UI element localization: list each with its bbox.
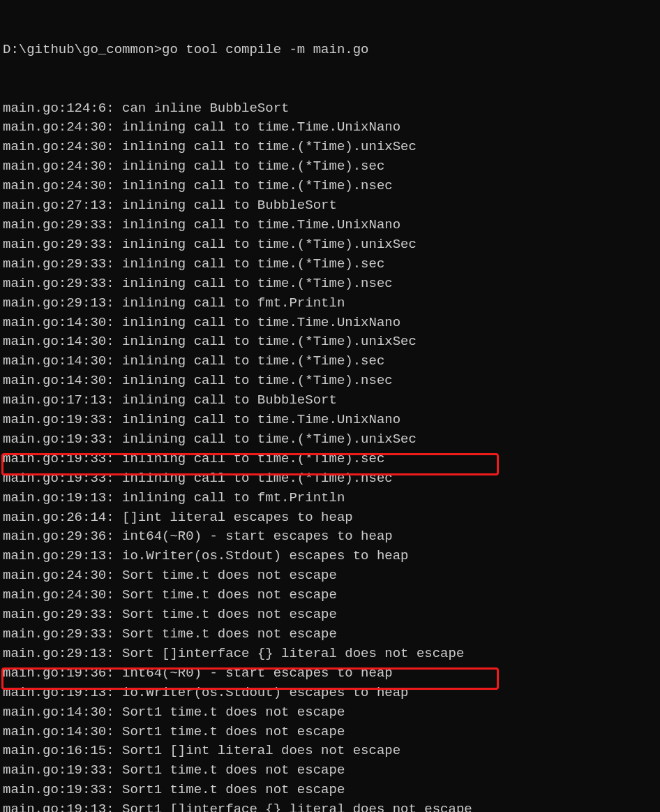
output-line: main.go:19:33: inlining call to time.(*T… <box>3 430 657 450</box>
output-line: main.go:16:15: Sort1 []int literal does … <box>3 741 657 761</box>
output-line: main.go:14:30: inlining call to time.Tim… <box>3 313 657 333</box>
output-line: main.go:19:13: Sort1 []interface {} lite… <box>3 800 657 812</box>
output-line: main.go:19:33: inlining call to time.Tim… <box>3 411 657 430</box>
output-line: main.go:29:13: io.Writer(os.Stdout) esca… <box>3 547 657 566</box>
output-line: main.go:14:30: inlining call to time.(*T… <box>3 371 657 391</box>
output-line: main.go:24:30: inlining call to time.(*T… <box>3 157 657 177</box>
output-line: main.go:29:33: inlining call to time.(*T… <box>3 255 657 274</box>
output-line: main.go:24:30: inlining call to time.(*T… <box>3 177 657 196</box>
output-line: main.go:19:13: inlining call to fmt.Prin… <box>3 489 657 508</box>
output-line: main.go:24:30: Sort time.t does not esca… <box>3 566 657 586</box>
output-line: main.go:14:30: Sort1 time.t does not esc… <box>3 723 657 742</box>
output-line: main.go:17:13: inlining call to BubbleSo… <box>3 391 657 411</box>
output-line: main.go:124:6: can inline BubbleSort <box>3 99 657 119</box>
output-line: main.go:19:33: Sort1 time.t does not esc… <box>3 781 657 800</box>
output-line: main.go:24:30: inlining call to time.Tim… <box>3 118 657 138</box>
output-line: main.go:29:33: Sort time.t does not esca… <box>3 625 657 644</box>
terminal-output[interactable]: D:\github\go_common>go tool compile -m m… <box>0 0 660 812</box>
output-line: main.go:14:30: inlining call to time.(*T… <box>3 352 657 371</box>
output-line: main.go:29:13: Sort []interface {} liter… <box>3 644 657 664</box>
command-prompt: D:\github\go_common>go tool compile -m m… <box>3 40 657 60</box>
output-line: main.go:19:33: Sort1 time.t does not esc… <box>3 761 657 781</box>
output-line: main.go:14:30: Sort1 time.t does not esc… <box>3 703 657 723</box>
output-line: main.go:29:36: int64(~R0) - start escape… <box>3 527 657 547</box>
output-line: main.go:19:36: int64(~R0) - start escape… <box>3 664 657 684</box>
output-line: main.go:29:33: Sort time.t does not esca… <box>3 605 657 625</box>
output-line: main.go:26:14: []int literal escapes to … <box>3 508 657 528</box>
output-line: main.go:29:33: inlining call to time.Tim… <box>3 216 657 235</box>
output-line: main.go:24:30: inlining call to time.(*T… <box>3 138 657 157</box>
output-line: main.go:29:13: inlining call to fmt.Prin… <box>3 294 657 313</box>
output-line: main.go:24:30: Sort time.t does not esca… <box>3 586 657 605</box>
output-line: main.go:29:33: inlining call to time.(*T… <box>3 235 657 255</box>
output-line: main.go:27:13: inlining call to BubbleSo… <box>3 196 657 216</box>
output-line: main.go:19:13: io.Writer(os.Stdout) esca… <box>3 684 657 703</box>
output-line: main.go:19:33: inlining call to time.(*T… <box>3 469 657 489</box>
output-line: main.go:29:33: inlining call to time.(*T… <box>3 274 657 294</box>
output-line: main.go:14:30: inlining call to time.(*T… <box>3 332 657 352</box>
output-line: main.go:19:33: inlining call to time.(*T… <box>3 450 657 469</box>
